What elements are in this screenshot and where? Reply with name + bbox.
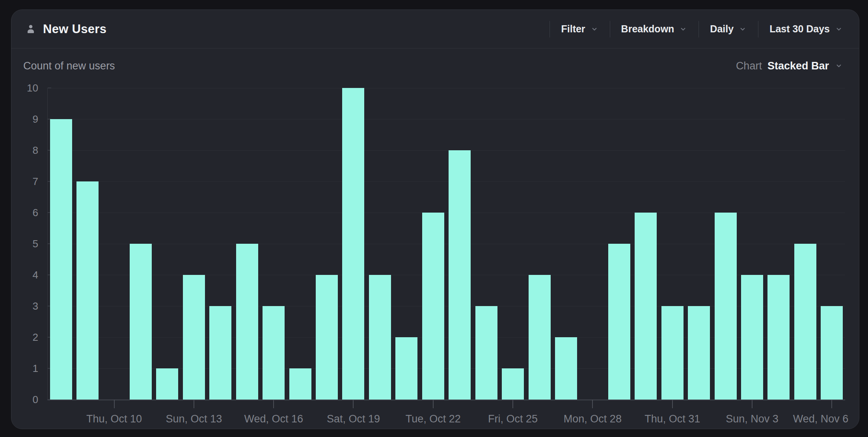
- new-users-card: New Users Filter Breakdown Daily: [11, 9, 859, 429]
- bar[interactable]: [316, 275, 338, 400]
- user-icon: [25, 23, 37, 35]
- y-axis-label: 1: [9, 362, 38, 375]
- y-axis-label: 10: [9, 82, 38, 94]
- bar[interactable]: [529, 275, 551, 400]
- x-axis-label: Sun, Oct 13: [166, 413, 222, 425]
- card-header: New Users Filter Breakdown Daily: [11, 10, 859, 49]
- gridline: [48, 119, 845, 120]
- chart-word-label: Chart: [736, 60, 762, 72]
- x-axis-label: Sat, Oct 19: [327, 413, 380, 425]
- x-axis-label: Tue, Oct 22: [406, 413, 461, 425]
- x-tick: [353, 400, 354, 408]
- y-tick: [48, 88, 51, 88]
- bar[interactable]: [821, 306, 843, 400]
- bar[interactable]: [422, 213, 444, 400]
- x-tick: [512, 400, 513, 408]
- y-axis-label: 9: [9, 113, 38, 125]
- bar[interactable]: [608, 244, 630, 400]
- bar[interactable]: [502, 368, 524, 400]
- bar[interactable]: [555, 337, 577, 400]
- header-controls: Filter Breakdown Daily Las: [549, 10, 843, 48]
- chevron-down-icon: [679, 25, 687, 34]
- y-axis-label: 7: [9, 176, 38, 188]
- chevron-down-icon: [738, 25, 747, 34]
- chart-type-dropdown[interactable]: Chart Stacked Bar: [736, 60, 843, 72]
- bar[interactable]: [635, 213, 657, 400]
- x-tick: [831, 400, 832, 408]
- bar[interactable]: [209, 306, 231, 400]
- y-axis-label: 8: [9, 144, 38, 157]
- bar[interactable]: [183, 275, 205, 400]
- bar[interactable]: [263, 306, 285, 400]
- bar[interactable]: [395, 337, 417, 400]
- y-axis-label: 4: [9, 269, 38, 281]
- x-tick: [273, 400, 274, 408]
- bar[interactable]: [369, 275, 391, 400]
- gridline: [48, 88, 845, 88]
- bar[interactable]: [156, 368, 178, 400]
- bar[interactable]: [289, 368, 311, 400]
- y-axis-label: 5: [9, 238, 38, 250]
- x-axis-label: Sun, Nov 3: [726, 413, 779, 425]
- gridline: [48, 181, 845, 182]
- x-axis-label: Thu, Oct 31: [644, 413, 700, 425]
- bar[interactable]: [767, 275, 790, 400]
- x-tick: [672, 400, 673, 408]
- granularity-dropdown[interactable]: Daily: [699, 10, 758, 48]
- y-axis-label: 3: [9, 300, 38, 312]
- x-tick: [433, 400, 434, 408]
- date-range-dropdown[interactable]: Last 30 Days: [758, 10, 843, 48]
- page-title: New Users: [43, 22, 106, 36]
- chevron-down-icon: [834, 25, 843, 34]
- bar[interactable]: [342, 88, 364, 400]
- y-axis-line: [47, 88, 48, 400]
- bar[interactable]: [449, 150, 471, 400]
- x-axis-label: Wed, Nov 6: [793, 413, 849, 425]
- bar[interactable]: [50, 119, 72, 400]
- subheader: Count of new users Chart Stacked Bar: [11, 49, 859, 83]
- x-tick: [592, 400, 593, 408]
- y-axis-label: 6: [9, 207, 38, 219]
- breakdown-dropdown[interactable]: Breakdown: [610, 10, 699, 48]
- chevron-down-icon: [590, 25, 599, 34]
- x-axis-label: Wed, Oct 16: [244, 413, 303, 425]
- x-axis-label: Fri, Oct 25: [488, 413, 538, 425]
- x-tick: [194, 400, 194, 408]
- bar[interactable]: [475, 306, 497, 400]
- x-axis-line: [48, 400, 845, 400]
- chevron-down-icon: [834, 62, 843, 70]
- x-axis-label: Mon, Oct 28: [564, 413, 622, 425]
- bar[interactable]: [688, 306, 710, 400]
- bar[interactable]: [794, 244, 816, 400]
- y-axis-label: 0: [9, 394, 38, 406]
- bar[interactable]: [76, 181, 99, 400]
- bar[interactable]: [715, 213, 737, 400]
- bar[interactable]: [236, 244, 258, 400]
- gridline: [48, 150, 845, 151]
- y-axis-label: 2: [9, 331, 38, 344]
- x-axis-label: Thu, Oct 10: [86, 413, 142, 425]
- bar[interactable]: [741, 275, 763, 400]
- bar[interactable]: [661, 306, 684, 400]
- x-tick: [114, 400, 115, 408]
- filter-dropdown[interactable]: Filter: [550, 10, 609, 48]
- chart-type-value: Stacked Bar: [767, 60, 829, 72]
- metric-label: Count of new users: [23, 60, 115, 72]
- card-header-left: New Users: [25, 22, 106, 36]
- x-tick: [752, 400, 753, 408]
- bar[interactable]: [130, 244, 152, 400]
- bar-chart-plot: 012345678910Thu, Oct 10Sun, Oct 13Wed, O…: [48, 88, 845, 400]
